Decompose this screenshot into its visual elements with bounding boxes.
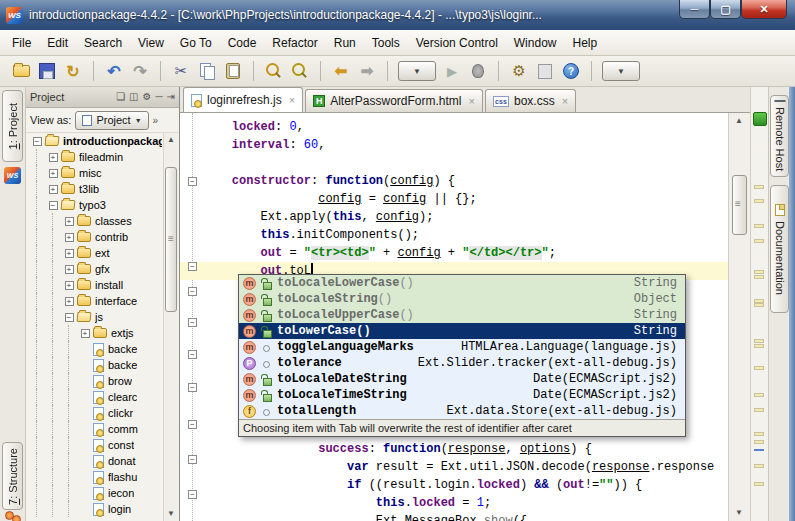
hide-panel-icon[interactable]: ⇥: [167, 92, 175, 102]
warning-stripe-mark[interactable]: [754, 464, 764, 468]
code-line[interactable]: locked: 0,: [203, 118, 750, 136]
tree-item-login[interactable]: login: [26, 501, 162, 517]
warning-stripe-mark[interactable]: [754, 339, 764, 343]
copy-icon[interactable]: [197, 61, 217, 81]
template-settings-icon[interactable]: [535, 61, 555, 81]
code-line[interactable]: success: function(response, options) {: [203, 440, 750, 458]
completion-item-tolocalestring[interactable]: mtoLocaleString()Object: [239, 291, 685, 307]
code-line[interactable]: Ext.MessageBox.show({: [203, 512, 750, 521]
completion-item-tolowercase[interactable]: mtoLowerCase()String: [239, 323, 685, 339]
completion-item-totallength[interactable]: ftotalLengthExt.data.Store(ext-all-debug…: [239, 403, 685, 419]
editor-tab-box-css[interactable]: cssbox.css×: [485, 89, 576, 112]
tree-item-backe[interactable]: backe: [26, 357, 162, 373]
menu-go-to[interactable]: Go To: [172, 33, 220, 53]
tree-item-introductionpackage-4-4-2[interactable]: −introductionpackage-4.4.2: [26, 133, 162, 149]
warning-stripe-mark[interactable]: [754, 393, 764, 397]
editor-scrollbar[interactable]: ▲ ▼: [728, 113, 750, 521]
editor-tab-alterpasswordform-html[interactable]: HAlterPasswordForm.html×: [305, 89, 483, 112]
expand-icon[interactable]: +: [81, 329, 90, 338]
toolwindow-tab-structure[interactable]: 7: Structure: [2, 442, 23, 510]
warning-stripe-mark[interactable]: [754, 239, 764, 243]
tree-item-clearc[interactable]: clearc: [26, 389, 162, 405]
scroll-up-icon[interactable]: ▲: [165, 134, 177, 146]
warning-stripe-mark[interactable]: [754, 440, 764, 444]
tree-item-extjs[interactable]: +extjs: [26, 325, 162, 341]
completion-item-tolocaletimestring[interactable]: mtoLocaleTimeStringDate(ECMAScript.js2): [239, 387, 685, 403]
tree-item-misc[interactable]: +misc: [26, 165, 162, 181]
collapse-icon[interactable]: −: [33, 137, 42, 146]
expand-icon[interactable]: +: [65, 297, 74, 306]
back-icon[interactable]: ⬅: [331, 61, 351, 81]
debug-icon[interactable]: [468, 61, 488, 81]
tree-item-js[interactable]: −js: [26, 309, 162, 325]
fold-marker-icon[interactable]: −: [188, 350, 197, 359]
project-tree-scrollbar[interactable]: ▲ ▼: [163, 133, 178, 521]
code-line[interactable]: this.locked = 1;: [203, 494, 750, 512]
expand-icon[interactable]: +: [65, 265, 74, 274]
warning-stripe-mark[interactable]: [754, 224, 764, 228]
code-line[interactable]: constructor: function(config) {: [203, 172, 750, 190]
toolwindow-tab-remote-host[interactable]: Remote Host: [770, 95, 789, 177]
info-stripe-mark[interactable]: [754, 449, 764, 451]
help-icon[interactable]: [561, 61, 581, 81]
expand-icon[interactable]: +: [49, 153, 58, 162]
tree-item-fileadmin[interactable]: +fileadmin: [26, 149, 162, 165]
run-config-dropdown[interactable]: ▼: [398, 61, 436, 81]
expand-icon[interactable]: +: [49, 169, 58, 178]
redo-icon[interactable]: ↷: [130, 61, 150, 81]
fold-marker-icon[interactable]: −: [188, 262, 197, 271]
tree-item-gfx[interactable]: +gfx: [26, 261, 162, 277]
fold-marker-icon[interactable]: −: [188, 177, 197, 186]
code-line[interactable]: config = config || {};: [203, 190, 750, 208]
toolwindow-tab-project[interactable]: 1: Project: [2, 90, 23, 162]
fold-marker-icon[interactable]: −: [188, 383, 197, 392]
menu-code[interactable]: Code: [220, 33, 265, 53]
completion-item-tolocaledatestring[interactable]: mtoLocaleDateStringDate(ECMAScript.js2): [239, 371, 685, 387]
menu-version-control[interactable]: Version Control: [408, 33, 506, 53]
tree-item-brow[interactable]: brow: [26, 373, 162, 389]
tree-item-t3lib[interactable]: +t3lib: [26, 181, 162, 197]
tree-item-typo3[interactable]: −typo3: [26, 197, 162, 213]
maximize-button[interactable]: ▢: [710, 0, 741, 19]
completion-item-togglelanguagemarks[interactable]: mtoggleLanguageMarksHTMLArea.Language(la…: [239, 339, 685, 355]
tree-item-backe[interactable]: backe: [26, 341, 162, 357]
more-chevron-icon[interactable]: »: [153, 115, 159, 126]
tree-item-contrib[interactable]: +contrib: [26, 229, 162, 245]
warning-stripe-mark[interactable]: [754, 344, 764, 348]
tree-item-classes[interactable]: +classes: [26, 213, 162, 229]
warning-stripe-mark[interactable]: [754, 275, 764, 279]
fold-marker-icon[interactable]: −: [188, 490, 197, 499]
code-line[interactable]: this.initComponents();: [203, 226, 750, 244]
warning-stripe-mark[interactable]: [754, 303, 764, 307]
menu-search[interactable]: Search: [76, 33, 130, 53]
fold-marker-icon[interactable]: −: [188, 318, 197, 327]
tree-item-flashu[interactable]: flashu: [26, 469, 162, 485]
code-line[interactable]: Ext.apply(this, config);: [203, 208, 750, 226]
tree-scrollbar-thumb[interactable]: [165, 167, 177, 312]
undo-icon[interactable]: ↶: [104, 61, 124, 81]
warning-stripe-mark[interactable]: [754, 199, 764, 203]
menu-view[interactable]: View: [130, 33, 172, 53]
editor-body[interactable]: locked: 0, interval: 60, constructor: fu…: [180, 113, 750, 521]
collapse-icon[interactable]: −: [49, 201, 58, 210]
warning-stripe-mark[interactable]: [754, 432, 764, 436]
tree-item-comm[interactable]: comm: [26, 421, 162, 437]
minimize-button[interactable]: ─: [679, 0, 710, 19]
code-line[interactable]: var result = Ext.util.JSON.decode(respon…: [203, 458, 750, 476]
menu-window[interactable]: Window: [506, 33, 565, 53]
tab-close-icon[interactable]: ×: [289, 94, 295, 106]
completion-item-tolocalelowercase[interactable]: mtoLocaleLowerCase()String: [239, 275, 685, 291]
fold-marker-icon[interactable]: −: [188, 287, 197, 296]
warning-stripe-mark[interactable]: [754, 270, 764, 274]
expand-icon[interactable]: +: [65, 249, 74, 258]
paste-icon[interactable]: [223, 61, 243, 81]
expand-icon[interactable]: +: [65, 217, 74, 226]
warning-stripe-mark[interactable]: [754, 408, 764, 412]
expand-icon[interactable]: +: [49, 185, 58, 194]
warning-stripe-mark[interactable]: [754, 366, 764, 370]
fold-marker-icon[interactable]: −: [188, 455, 197, 464]
code-line[interactable]: interval: 60,: [203, 136, 750, 154]
inspection-status-square[interactable]: [753, 112, 767, 126]
tree-item-donat[interactable]: donat: [26, 453, 162, 469]
tree-item-const[interactable]: const: [26, 437, 162, 453]
